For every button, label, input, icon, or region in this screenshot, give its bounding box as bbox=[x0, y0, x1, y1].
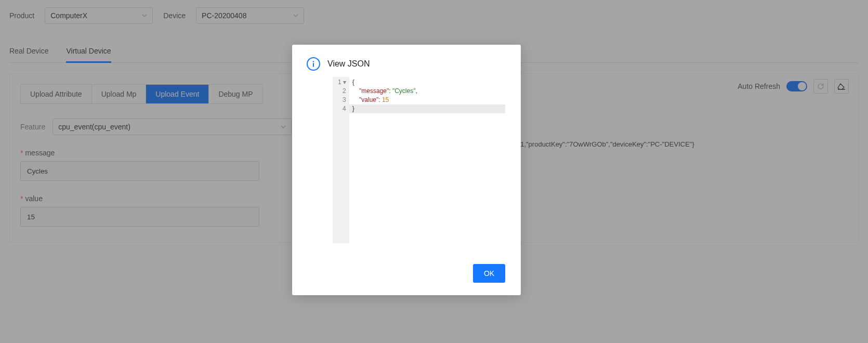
svg-rect-1 bbox=[313, 63, 314, 67]
json-viewer: 1▾ 2 3 4 { "message": "Cycles", "value":… bbox=[333, 77, 505, 243]
ok-button[interactable]: OK bbox=[473, 264, 505, 283]
fold-icon[interactable]: ▾ bbox=[343, 78, 346, 86]
code-body: { "message": "Cycles", "value": 15 } bbox=[349, 77, 505, 243]
info-icon bbox=[307, 57, 320, 71]
view-json-modal: View JSON 1▾ 2 3 4 { "message": "Cycles"… bbox=[292, 45, 521, 295]
modal-title: View JSON bbox=[327, 59, 370, 69]
code-gutter: 1▾ 2 3 4 bbox=[333, 77, 349, 243]
svg-point-0 bbox=[313, 61, 314, 62]
